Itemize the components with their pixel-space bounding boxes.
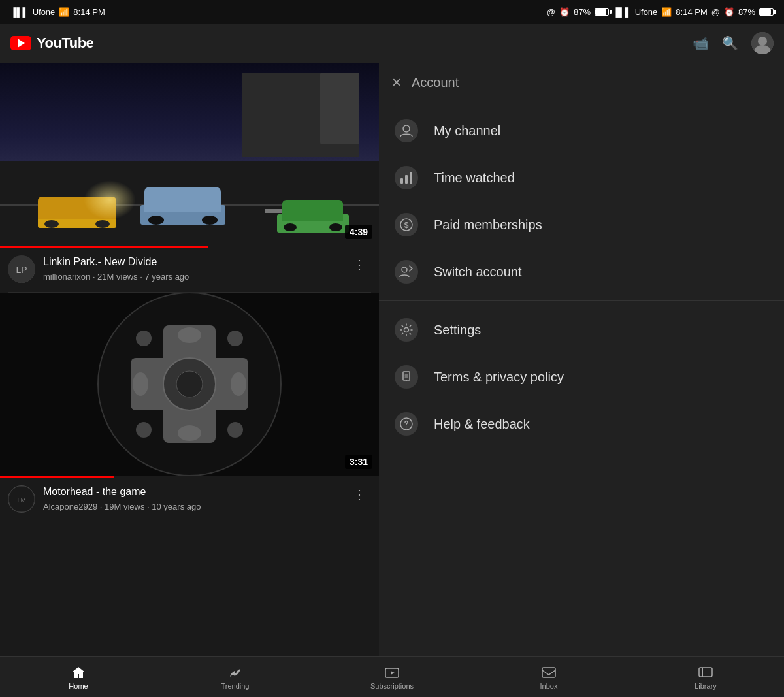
- youtube-logo-text: YouTube: [37, 35, 93, 52]
- switch-account-icon: [395, 260, 418, 284]
- channel-avatar-2[interactable]: LM: [8, 485, 35, 513]
- svg-text:LP: LP: [16, 265, 27, 275]
- video-duration-1: 4:39: [345, 225, 372, 239]
- svg-marker-33: [391, 671, 395, 675]
- header: YouTube 📹 🔍: [0, 24, 784, 63]
- svg-point-1: [758, 37, 767, 46]
- subscriptions-icon: [384, 665, 400, 679]
- svg-point-29: [406, 380, 407, 381]
- video-meta-2: Motorhead - the game Alcapone2929 · 19M …: [43, 485, 340, 511]
- menu-item-help[interactable]: Help & feedback: [379, 400, 784, 447]
- menu-item-switch-account[interactable]: Switch account: [379, 248, 784, 295]
- svg-rect-22: [405, 175, 408, 184]
- main-layout: 4:39 LP Linkin Park.- New Divide million…: [0, 63, 784, 656]
- nav-item-trending[interactable]: Trending: [157, 657, 314, 697]
- svg-point-10: [136, 331, 152, 346]
- svg-rect-28: [403, 372, 410, 380]
- svg-rect-36: [702, 668, 703, 677]
- menu-item-time-watched[interactable]: Time watched: [379, 154, 784, 201]
- separator-3: ·: [100, 502, 105, 511]
- video-title-2: Motorhead - the game: [43, 485, 340, 499]
- svg-point-9: [176, 371, 203, 397]
- time-ago-2: 10 years ago: [152, 502, 201, 511]
- view-count-1: 21M views: [97, 272, 137, 282]
- menu-items: My channel Time watched: [379, 102, 784, 656]
- svg-point-16: [133, 372, 148, 396]
- svg-rect-35: [699, 668, 712, 677]
- nav-item-library[interactable]: Library: [627, 657, 784, 697]
- library-icon: [698, 665, 713, 679]
- settings-label: Settings: [434, 323, 481, 338]
- svg-rect-21: [400, 178, 403, 184]
- battery-percent-right2: 87%: [738, 7, 755, 17]
- my-channel-icon: [395, 119, 418, 142]
- wifi-icon-left: 📶: [59, 7, 69, 17]
- video-camera-icon[interactable]: 📹: [693, 35, 709, 51]
- status-right: @ ⏰ 87% ▐▌▌ Ufone 📶 8:14 PM @ ⏰ 87%: [547, 7, 774, 17]
- menu-item-paid-memberships[interactable]: $ Paid memberships: [379, 201, 784, 248]
- video-thumbnail-2[interactable]: 3:31: [0, 293, 379, 476]
- trending-icon: [227, 665, 243, 679]
- signal-bars-left: ▐▌▌: [10, 7, 29, 17]
- video-subtitle-1: millionarixon · 21M views · 7 years ago: [43, 272, 340, 282]
- video-info-2[interactable]: LM Motorhead - the game Alcapone2929 · 1…: [0, 478, 379, 521]
- video-title-1: Linkin Park.- New Divide: [43, 255, 340, 269]
- nav-item-home[interactable]: Home: [0, 657, 157, 697]
- svg-point-15: [178, 425, 201, 441]
- nav-label-home: Home: [69, 682, 88, 690]
- nav-item-subscriptions[interactable]: Subscriptions: [314, 657, 470, 697]
- time-ago-1: 7 years ago: [144, 272, 189, 282]
- home-icon: [71, 665, 86, 679]
- logo-area: YouTube: [10, 35, 693, 52]
- signal-bars-right: ▐▌▌: [613, 7, 631, 17]
- more-options-1[interactable]: ⋮: [348, 255, 371, 274]
- nav-item-inbox[interactable]: Inbox: [470, 657, 627, 697]
- metal-emblem-svg: [91, 293, 287, 476]
- carrier-left: Ufone: [33, 7, 56, 17]
- battery-icon-right2: [759, 8, 774, 16]
- inbox-icon: [541, 665, 557, 679]
- channel-name-2: Alcapone2929: [43, 502, 97, 511]
- menu-item-my-channel[interactable]: My channel: [379, 107, 784, 154]
- svg-point-26: [402, 267, 407, 272]
- svg-point-13: [227, 422, 243, 438]
- settings-icon: [395, 318, 418, 342]
- my-channel-label: My channel: [434, 123, 500, 138]
- time-watched-icon: [395, 166, 418, 189]
- nav-label-library: Library: [694, 682, 717, 690]
- svg-point-12: [136, 422, 152, 438]
- carrier-right: Ufone: [635, 7, 658, 17]
- left-panel: 4:39 LP Linkin Park.- New Divide million…: [0, 63, 379, 656]
- account-title: Account: [412, 75, 459, 90]
- svg-point-11: [227, 331, 243, 346]
- menu-item-settings[interactable]: Settings: [379, 306, 784, 353]
- nav-label-inbox: Inbox: [540, 682, 558, 690]
- user-avatar[interactable]: [751, 32, 774, 54]
- wifi-icon-right: 📶: [661, 7, 672, 17]
- svg-rect-34: [542, 668, 555, 677]
- close-account-button[interactable]: ×: [392, 73, 401, 91]
- paid-memberships-icon: $: [395, 213, 418, 236]
- bottom-nav: Home Trending Subscriptions Inbox Librar…: [0, 656, 784, 697]
- paid-memberships-label: Paid memberships: [434, 218, 542, 233]
- search-icon[interactable]: 🔍: [722, 35, 738, 51]
- at-icon: @: [547, 7, 555, 17]
- channel-avatar-1[interactable]: LP: [8, 255, 35, 283]
- video-item-2: 3:31 LM Motorhead - the game Alcapone292…: [0, 293, 379, 521]
- menu-item-terms[interactable]: Terms & privacy policy: [379, 353, 784, 400]
- alarm-icon: ⏰: [559, 7, 570, 17]
- status-left: ▐▌▌ Ufone 📶 8:14 PM: [10, 7, 105, 17]
- svg-point-14: [178, 327, 201, 343]
- time-watched-label: Time watched: [434, 170, 515, 186]
- account-header: × Account: [379, 63, 784, 102]
- status-bar: ▐▌▌ Ufone 📶 8:14 PM @ ⏰ 87% ▐▌▌ Ufone 📶 …: [0, 0, 784, 24]
- help-label: Help & feedback: [434, 417, 530, 432]
- svg-point-31: [406, 427, 407, 428]
- more-options-2[interactable]: ⋮: [348, 485, 371, 504]
- video-thumbnail-1[interactable]: 4:39: [0, 63, 379, 246]
- svg-rect-23: [410, 172, 412, 184]
- svg-text:LM: LM: [17, 496, 25, 504]
- video-info-1[interactable]: LP Linkin Park.- New Divide millionarixo…: [0, 248, 379, 291]
- terms-label: Terms & privacy policy: [434, 370, 564, 385]
- terms-icon: [395, 365, 418, 389]
